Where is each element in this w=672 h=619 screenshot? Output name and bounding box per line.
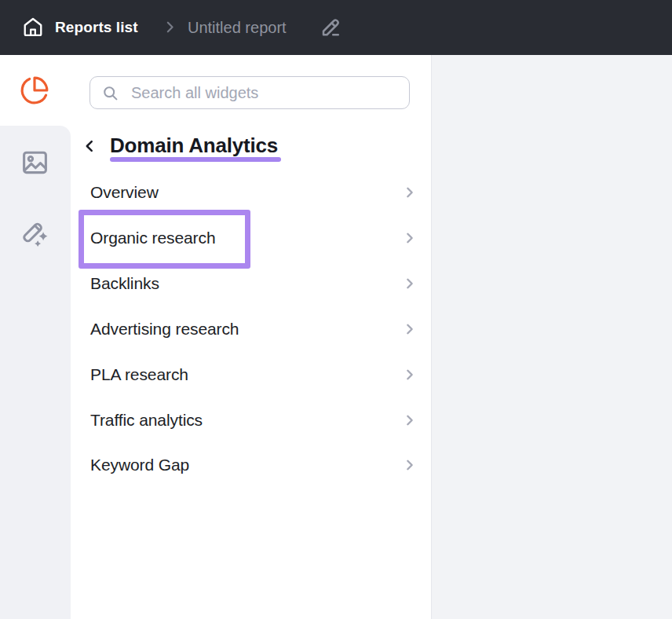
widgets-panel: Domain Analytics Overview Organic resear… (71, 55, 431, 619)
chevron-right-icon (403, 277, 417, 291)
menu-item-label: Overview (90, 178, 159, 207)
image-icon (20, 148, 49, 177)
sidebar-item-images[interactable] (20, 148, 49, 177)
menu-item-advertising-research[interactable]: Advertising research (79, 315, 428, 343)
sidebar-item-widgets[interactable] (0, 55, 71, 126)
menu-item-label: Keyword Gap (90, 451, 189, 479)
chevron-right-icon (162, 19, 178, 35)
search-input[interactable] (90, 77, 409, 108)
chevron-right-icon (403, 322, 417, 336)
menu-item-pla-research[interactable]: PLA research (79, 361, 428, 389)
menu-item-traffic-analytics[interactable]: Traffic analytics (79, 406, 428, 434)
menu-item-backlinks[interactable]: Backlinks (79, 269, 428, 298)
breadcrumb-reports-list[interactable]: Reports list (55, 0, 138, 55)
menu-item-label: Advertising research (90, 315, 239, 343)
sidebar-item-ai-tools[interactable] (20, 218, 49, 247)
title-underline-annotation (110, 157, 281, 162)
menu-item-label: Organic research (90, 224, 215, 252)
pie-chart-icon (20, 75, 49, 105)
menu-item-label: Traffic analytics (90, 406, 203, 434)
menu-item-keyword-gap[interactable]: Keyword Gap (79, 451, 428, 479)
widget-search-box (89, 76, 410, 109)
chevron-right-icon (403, 413, 417, 427)
chevron-right-icon (403, 458, 417, 472)
edit-pencil-icon[interactable] (320, 15, 343, 38)
sidebar-rail (0, 126, 71, 619)
breadcrumb-report-title[interactable]: Untitled report (188, 0, 287, 55)
menu-item-overview[interactable]: Overview (79, 178, 428, 207)
menu-item-label: Backlinks (90, 269, 159, 298)
section-title: Domain Analytics (110, 134, 278, 158)
chevron-right-icon (403, 185, 417, 200)
magic-wand-icon (20, 218, 49, 247)
chevron-right-icon (403, 368, 417, 382)
menu-item-organic-research[interactable]: Organic research (79, 224, 428, 252)
menu-item-label: PLA research (90, 361, 188, 389)
back-chevron-icon[interactable] (81, 137, 98, 155)
home-icon[interactable] (22, 16, 44, 38)
chevron-right-icon (403, 231, 417, 245)
top-header-bar: Reports list Untitled report (0, 0, 672, 55)
report-builder-screen: Reports list Untitled report (0, 0, 672, 619)
report-canvas (431, 55, 672, 619)
